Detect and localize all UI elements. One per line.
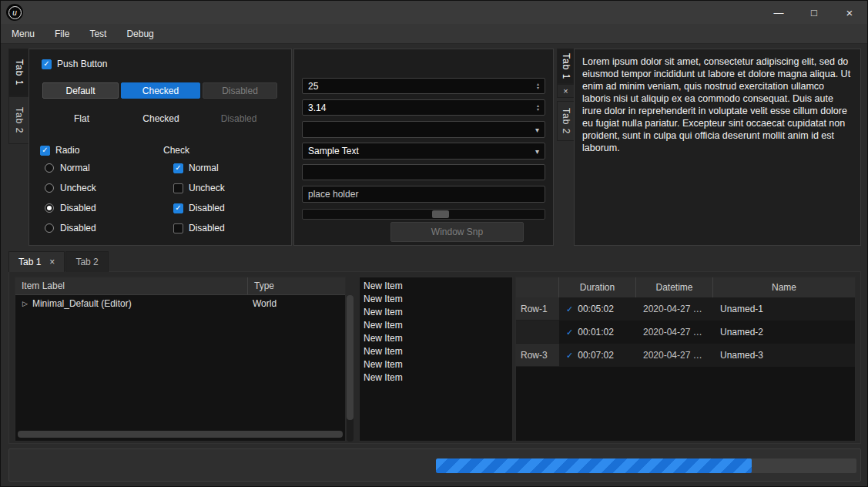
tab-label: Tab 1 bbox=[14, 59, 25, 86]
list-item[interactable]: New Item bbox=[360, 332, 512, 345]
flat-checked-button[interactable]: Checked bbox=[121, 113, 201, 124]
checkbox-icon: ✓ bbox=[40, 146, 50, 156]
name-cell: Unamed-1 bbox=[713, 297, 855, 321]
radio-option-uncheck[interactable]: Uncheck bbox=[45, 183, 169, 193]
list-item[interactable]: New Item bbox=[360, 371, 512, 385]
tree-view: Item Label Type ▷ Minimal_Default (Edito… bbox=[15, 277, 346, 442]
lorem-text: Lorem ipsum dolor sit amet, consectetur … bbox=[574, 49, 861, 246]
check-icon: ✓ bbox=[566, 351, 573, 361]
float-spinbox[interactable]: ▴▾ bbox=[302, 99, 545, 116]
radio-option-disabled-selected[interactable]: Disabled bbox=[45, 203, 169, 213]
slider[interactable] bbox=[302, 207, 545, 221]
check-icon: ✓ bbox=[43, 60, 49, 68]
radio-option-normal[interactable]: Normal bbox=[45, 163, 169, 173]
sample-text-combobox[interactable]: Sample Text ▾ bbox=[302, 143, 545, 160]
titlebar: u — □ × bbox=[1, 1, 867, 24]
left-tab-2[interactable]: Tab 2 bbox=[8, 96, 28, 144]
radio-label: Normal bbox=[60, 163, 90, 173]
menu-item-debug[interactable]: Debug bbox=[126, 29, 153, 39]
spinner-arrows-icon[interactable]: ▴▾ bbox=[537, 104, 539, 112]
minimize-button[interactable]: — bbox=[761, 1, 796, 24]
column-item-label[interactable]: Item Label bbox=[15, 277, 248, 294]
radio-group-checkbox[interactable]: ✓ Radio bbox=[40, 145, 280, 156]
slider-track[interactable] bbox=[302, 209, 545, 220]
checkbox-icon: ✓ bbox=[173, 203, 183, 213]
integer-spinbox[interactable]: ▴▾ bbox=[302, 78, 545, 94]
right-tab-close-button[interactable]: × bbox=[557, 84, 574, 98]
float-spinbox-input[interactable] bbox=[308, 102, 537, 113]
check-option-normal[interactable]: ✓ Normal bbox=[173, 163, 225, 173]
check-option-disabled-checked[interactable]: ✓ Disabled bbox=[173, 203, 225, 213]
column-datetime[interactable]: Datetime bbox=[636, 277, 713, 297]
window-snp-button[interactable]: Window Snp bbox=[390, 222, 524, 242]
list-item[interactable]: New Item bbox=[360, 306, 512, 319]
check-option-disabled[interactable]: ✓ Disabled bbox=[173, 223, 225, 233]
right-tab-1[interactable]: Tab 1 bbox=[557, 49, 574, 84]
flat-button[interactable]: Flat bbox=[42, 113, 121, 124]
check-column: ✓ Normal ✓ Uncheck ✓ Disabled ✓ Disabled bbox=[169, 163, 225, 243]
list-item[interactable]: New Item bbox=[360, 345, 512, 358]
unreal-logo-icon: u bbox=[6, 4, 23, 21]
row-header: Row-3 bbox=[516, 344, 559, 367]
list-item[interactable]: New Item bbox=[360, 280, 512, 293]
check-icon: ✓ bbox=[175, 164, 181, 172]
table-row[interactable]: ✓ 00:01:02 2020-04-27 … Unamed-2 bbox=[516, 321, 855, 344]
checked-button[interactable]: Checked bbox=[121, 82, 200, 99]
table-row[interactable]: Row-1 ✓ 00:05:02 2020-04-27 … Unamed-1 bbox=[516, 297, 855, 321]
input-widgets-panel: ▴▾ ▴▾ ▾ Sample Text ▾ Window Snp bbox=[293, 49, 554, 246]
empty-text-input[interactable] bbox=[302, 164, 545, 180]
close-button[interactable]: × bbox=[832, 1, 867, 24]
default-button[interactable]: Default bbox=[42, 82, 119, 99]
disabled-button[interactable]: Disabled bbox=[203, 82, 277, 99]
slider-handle[interactable] bbox=[432, 210, 449, 218]
checkbox-icon: ✓ bbox=[173, 183, 183, 193]
progress-fill bbox=[436, 458, 752, 473]
tree-row[interactable]: ▷ Minimal_Default (Editor) World bbox=[15, 297, 345, 311]
right-tab-2[interactable]: Tab 2 bbox=[557, 101, 574, 141]
check-label: Disabled bbox=[189, 203, 225, 213]
table-row[interactable]: Row-3 ✓ 00:07:02 2020-04-27 … Unamed-3 bbox=[516, 344, 855, 367]
check-icon: ✓ bbox=[175, 204, 181, 212]
tab-close-icon[interactable]: × bbox=[49, 257, 55, 267]
empty-combobox[interactable]: ▾ bbox=[302, 121, 545, 138]
vertical-scrollbar[interactable] bbox=[347, 295, 354, 442]
list-item[interactable]: New Item bbox=[360, 319, 512, 332]
row-header: Row-1 bbox=[516, 297, 559, 321]
menu-item-file[interactable]: File bbox=[55, 29, 69, 39]
menu-item-menu[interactable]: Menu bbox=[12, 29, 35, 39]
column-name[interactable]: Name bbox=[713, 277, 855, 297]
window-controls: — □ × bbox=[761, 1, 867, 24]
progress-bar bbox=[436, 458, 856, 473]
check-option-uncheck[interactable]: ✓ Uncheck bbox=[173, 183, 225, 193]
menu-item-test[interactable]: Test bbox=[89, 29, 106, 39]
left-tab-strip: Tab 1 Tab 2 bbox=[8, 49, 28, 246]
bottom-tab-2[interactable]: Tab 2 bbox=[65, 251, 108, 272]
expander-icon[interactable]: ▷ bbox=[22, 300, 28, 307]
column-type[interactable]: Type bbox=[248, 277, 345, 294]
left-tab-1[interactable]: Tab 1 bbox=[8, 49, 28, 96]
check-icon: ✓ bbox=[42, 146, 48, 154]
scrollbar-thumb[interactable] bbox=[347, 295, 354, 420]
horizontal-scrollbar[interactable] bbox=[18, 431, 343, 438]
logo-letter: u bbox=[8, 6, 22, 19]
maximize-button[interactable]: □ bbox=[796, 1, 832, 24]
list-item[interactable]: New Item bbox=[360, 358, 512, 371]
spinner-arrows-icon[interactable]: ▴▾ bbox=[537, 82, 539, 90]
check-label: Disabled bbox=[189, 223, 225, 233]
tab-label: Tab 1 bbox=[561, 53, 571, 79]
radio-label: Disabled bbox=[60, 223, 96, 233]
push-button-checkbox[interactable]: ✓ Push Button bbox=[42, 59, 280, 69]
radio-option-disabled[interactable]: Disabled bbox=[45, 223, 169, 233]
placeholder-text-input[interactable] bbox=[302, 186, 545, 203]
duration-cell: ✓ 00:07:02 bbox=[559, 344, 636, 367]
bottom-tab-1[interactable]: Tab 1 × bbox=[8, 251, 65, 272]
column-duration[interactable]: Duration bbox=[559, 277, 636, 297]
list-item[interactable]: New Item bbox=[360, 293, 512, 306]
radio-icon bbox=[45, 163, 54, 173]
integer-spinbox-input[interactable] bbox=[308, 81, 537, 92]
push-button-label: Push Button bbox=[57, 59, 107, 69]
flat-button-row: Flat Checked Disabled bbox=[42, 113, 280, 124]
check-group-label: Check bbox=[163, 145, 189, 156]
tab-label: Tab 2 bbox=[75, 257, 98, 267]
flat-disabled-button[interactable]: Disabled bbox=[201, 113, 276, 124]
